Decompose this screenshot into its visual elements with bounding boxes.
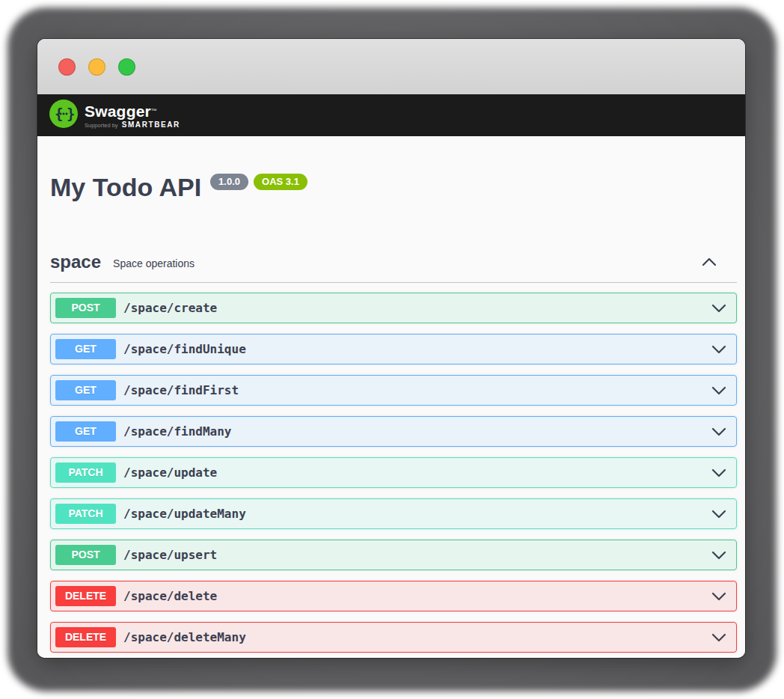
method-badge: POST <box>55 545 116 565</box>
oas-badge: OAS 3.1 <box>254 174 307 190</box>
method-badge: GET <box>55 380 116 400</box>
chevron-up-icon[interactable] <box>701 257 717 267</box>
tag-name: space <box>50 251 101 272</box>
method-badge: DELETE <box>55 627 116 647</box>
trademark: ™ <box>151 108 157 115</box>
swagger-topbar: { } Swagger™ Supported by SMARTBEAR <box>37 94 745 136</box>
operation-row[interactable]: GET /space/findUnique <box>50 334 737 364</box>
operation-path: /space/create <box>123 301 217 315</box>
chevron-down-icon[interactable] <box>711 468 727 478</box>
operation-row[interactable]: PATCH /space/updateMany <box>50 498 737 529</box>
operations-list: POST /space/create GET /space/findUnique… <box>50 293 737 653</box>
method-badge: GET <box>55 339 116 359</box>
operation-row[interactable]: DELETE /space/deleteMany <box>50 622 737 653</box>
operation-row[interactable]: POST /space/create <box>50 293 737 323</box>
chevron-down-icon[interactable] <box>711 591 727 602</box>
version-badge: 1.0.0 <box>210 174 248 190</box>
title-badges: 1.0.0 OAS 3.1 <box>210 174 307 190</box>
method-badge: POST <box>55 298 116 318</box>
operation-path: /space/findMany <box>123 424 232 439</box>
method-badge: GET <box>55 421 116 442</box>
operation-path: /space/upsert <box>123 548 217 562</box>
chevron-down-icon[interactable] <box>711 385 727 396</box>
zoom-button[interactable] <box>118 58 135 76</box>
supported-by-line: Supported by SMARTBEAR <box>85 120 180 129</box>
chevron-down-icon[interactable] <box>711 427 727 437</box>
operation-row[interactable]: POST /space/upsert <box>50 540 737 570</box>
close-button[interactable] <box>58 58 76 76</box>
titlebar <box>37 39 745 94</box>
operation-path: /space/delete <box>123 589 217 603</box>
method-badge: DELETE <box>55 586 116 606</box>
operation-path: /space/findFirst <box>123 383 239 397</box>
tag-description: Space operations <box>113 257 195 269</box>
smartbear-label: SMARTBEAR <box>122 120 180 129</box>
brand-name: Swagger™ <box>85 103 180 120</box>
svg-text:{: { <box>55 106 63 122</box>
minimize-button[interactable] <box>88 58 105 76</box>
operation-row[interactable]: DELETE /space/delete <box>50 581 737 611</box>
operation-path: /space/deleteMany <box>123 630 246 644</box>
operation-row[interactable]: GET /space/findFirst <box>50 375 737 406</box>
operation-path: /space/update <box>123 466 217 480</box>
method-badge: PATCH <box>55 504 116 524</box>
operation-row[interactable]: GET /space/findMany <box>50 416 737 447</box>
swagger-wordmark: Swagger™ Supported by SMARTBEAR <box>85 103 180 129</box>
swagger-braces-icon: { } <box>49 100 78 131</box>
chevron-down-icon[interactable] <box>711 632 727 643</box>
operation-path: /space/findUnique <box>123 342 246 356</box>
chevron-down-icon[interactable] <box>711 344 727 355</box>
supported-by-label: Supported by <box>85 122 118 129</box>
operation-row[interactable]: PATCH /space/update <box>50 457 737 488</box>
page-title: My Todo API <box>50 172 201 202</box>
swagger-logo: { } Swagger™ Supported by SMARTBEAR <box>49 100 180 131</box>
chevron-down-icon[interactable] <box>711 303 727 314</box>
svg-text:}: } <box>67 106 75 122</box>
chevron-down-icon[interactable] <box>711 509 727 519</box>
operation-path: /space/updateMany <box>123 507 246 521</box>
main-content: My Todo API 1.0.0 OAS 3.1 space Space op… <box>37 136 745 658</box>
chevron-down-icon[interactable] <box>711 550 727 561</box>
tag-section-header[interactable]: space Space operations <box>50 251 737 283</box>
method-badge: PATCH <box>55 463 116 483</box>
app-window: { } Swagger™ Supported by SMARTBEAR My T… <box>37 39 745 658</box>
api-title-row: My Todo API 1.0.0 OAS 3.1 <box>50 172 737 202</box>
